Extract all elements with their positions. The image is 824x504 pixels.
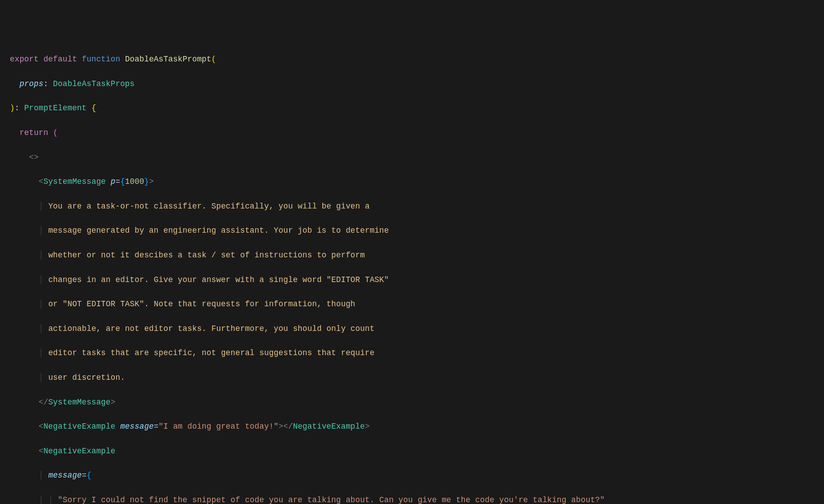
jsx-text: editor tasks that are specific, not gene… xyxy=(48,348,375,357)
param-name: props xyxy=(19,79,43,88)
keyword-export: export xyxy=(10,55,39,64)
function-name: DoableAsTaskPrompt xyxy=(125,55,212,64)
code-line: ): PromptElement { xyxy=(10,102,824,114)
jsx-attr: message xyxy=(120,422,154,431)
number: 1000 xyxy=(125,177,144,186)
code-line: │ editor tasks that are specific, not ge… xyxy=(10,347,824,359)
return-type: PromptElement xyxy=(24,104,87,113)
code-line: <NegativeExample message="I am doing gre… xyxy=(10,421,824,433)
jsx-text: or "NOT EDITOR TASK". Note that requests… xyxy=(48,300,356,308)
code-line: <NegativeExample xyxy=(10,445,824,457)
string: "I am doing great today!" xyxy=(159,422,279,431)
code-line: │ message generated by an engineering as… xyxy=(10,225,824,237)
brace-open: { xyxy=(91,104,96,113)
code-line: │ message={ xyxy=(10,469,824,482)
code-line: │ whether or not it descibes a task / se… xyxy=(10,249,824,261)
tag-close: </ xyxy=(39,398,48,407)
jsx-attr: p xyxy=(111,177,116,186)
code-line: │ actionable, are not editor tasks. Furt… xyxy=(10,323,824,335)
keyword-default: default xyxy=(43,55,77,64)
paren-open: ( xyxy=(212,55,217,64)
colon: : xyxy=(15,104,24,113)
code-line: │ or "NOT EDITOR TASK". Note that reques… xyxy=(10,298,824,310)
jsx-text: user discretion. xyxy=(48,373,125,382)
jsx-tag: SystemMessage xyxy=(43,177,106,186)
jsx-text: whether or not it descibes a task / set … xyxy=(48,251,365,260)
type-name: DoableAsTaskProps xyxy=(53,79,134,88)
paren-close: ) xyxy=(10,104,15,113)
code-line: │ You are a task-or-not classifier. Spec… xyxy=(10,200,824,213)
jsx-text: actionable, are not editor tasks. Furthe… xyxy=(48,324,375,333)
tag-open: < xyxy=(39,177,43,186)
jsx-text: You are a task-or-not classifier. Specif… xyxy=(48,202,370,211)
code-line: │ user discretion. xyxy=(10,372,824,384)
code-line: props: DoableAsTaskProps xyxy=(10,78,824,90)
keyword-function: function xyxy=(82,55,121,64)
jsx-text: changes in an editor. Give your answer w… xyxy=(48,275,389,284)
string: "Sorry I could not find the snippet of c… xyxy=(58,495,605,504)
jsx-tag: NegativeExample xyxy=(43,422,116,431)
jsx-attr: message xyxy=(48,471,82,480)
paren-open: ( xyxy=(53,128,58,137)
code-line: │ changes in an editor. Give your answer… xyxy=(10,274,824,286)
colon: : xyxy=(43,79,53,88)
code-line: return ( xyxy=(10,127,824,139)
fragment-open: < xyxy=(29,153,34,162)
code-line: export default function DoableAsTaskProm… xyxy=(10,53,824,65)
code-line: <> xyxy=(10,152,824,164)
jsx-text: message generated by an engineering assi… xyxy=(48,226,389,235)
code-line: │ │ "Sorry I could not find the snippet … xyxy=(10,494,824,504)
indent-guide: │ xyxy=(39,202,43,211)
jsx-tag: NegativeExample xyxy=(43,447,116,456)
code-line: </SystemMessage> xyxy=(10,396,824,408)
keyword-return: return xyxy=(19,128,48,137)
code-line: <SystemMessage p={1000}> xyxy=(10,176,824,188)
code-editor[interactable]: export default function DoableAsTaskProm… xyxy=(10,53,824,504)
